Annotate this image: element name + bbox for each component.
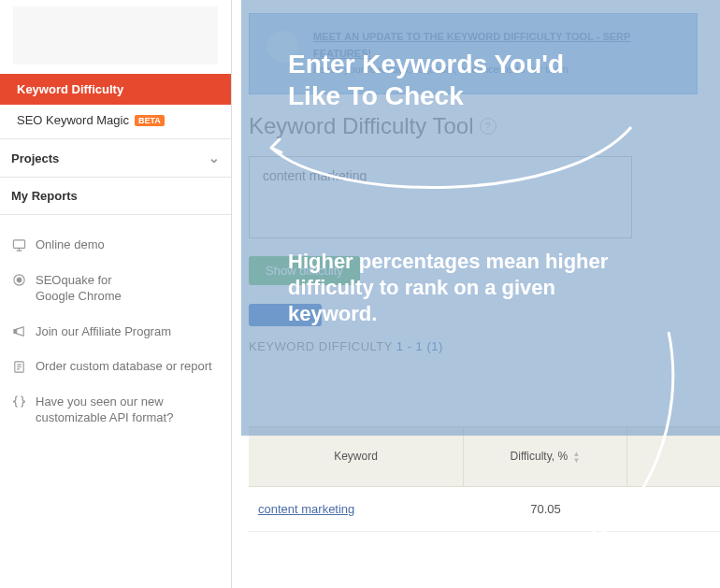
keyword-input[interactable] [249,156,632,238]
megaphone-icon [11,324,26,339]
link-affiliate[interactable]: Join our Affiliate Program [11,314,220,350]
svg-rect-0 [13,239,24,247]
sidebar-section-my-reports[interactable]: My Reports [0,177,231,214]
svg-point-2 [17,278,22,282]
link-online-demo[interactable]: Online demo [11,227,220,263]
table-row: content marketing 70.05 [249,487,720,532]
link-api-format[interactable]: Have you seen our new customizable API f… [11,384,220,436]
sidebar-separator [0,214,231,227]
page-title-text: Keyword Difficulty Tool [249,113,474,139]
beta-badge: BETA [135,115,165,126]
th-difficulty[interactable]: Difficulty, % ▲▼ [464,427,627,486]
td-difficulty: 70.05 [464,487,627,531]
th-label: Keyword [334,450,378,463]
page-title: Keyword Difficulty Tool ? [249,113,720,139]
keyword-link[interactable]: content marketing [258,502,354,516]
nav-item-seo-keyword-magic[interactable]: SEO Keyword Magic BETA [0,105,231,138]
section-label: Projects [11,151,59,165]
results-label-text: KEYWORD DIFFICULTY [249,339,393,353]
sidebar-section-projects[interactable]: Projects ⌄ [0,138,231,177]
th-keyword[interactable]: Keyword [249,427,464,486]
td-keyword: content marketing [249,487,464,531]
nav-label: Keyword Difficulty [17,82,123,96]
monitor-icon [11,237,26,252]
table-header-row: Keyword Difficulty, % ▲▼ Volu [249,426,720,487]
callout-enter-keywords: Enter Keywords You'd Like To Check [288,49,606,111]
link-label: SEOquake for Google Chrome [36,272,122,305]
nav-sub-label: SEO Keyword Magic [17,113,129,127]
link-label: Join our Affiliate Program [36,323,171,340]
nav-item-keyword-difficulty[interactable]: Keyword Difficulty [0,74,231,105]
chevron-down-icon: ⌄ [209,151,220,165]
callout-higher-percentages: Higher percentages mean higher difficult… [288,249,643,327]
th-label: Difficulty, % [511,450,569,463]
sidebar-placeholder-box [13,7,218,65]
sidebar: Keyword Difficulty SEO Keyword Magic BET… [0,0,232,588]
results-table: Keyword Difficulty, % ▲▼ Volu content ma… [249,426,720,532]
braces-icon [11,394,26,409]
target-icon [11,273,26,288]
link-order-database[interactable]: Order custom database or report [11,349,220,384]
clipboard-icon [11,359,26,374]
sort-icon: ▲▼ [573,451,581,464]
help-icon[interactable]: ? [480,118,497,135]
link-label: Order custom database or report [36,358,212,375]
sidebar-link-list: Online demo SEOquake for Google Chrome J… [0,227,231,436]
link-label: Online demo [36,237,105,253]
link-seoquake[interactable]: SEOquake for Google Chrome [11,263,220,314]
results-section-label: KEYWORD DIFFICULTY 1 - 1 (1) [249,339,720,353]
th-volume[interactable]: Volu [627,427,720,486]
results-count: 1 - 1 (1) [396,339,443,353]
link-label: Have you seen our new customizable API f… [36,394,173,426]
section-label: My Reports [11,189,78,203]
